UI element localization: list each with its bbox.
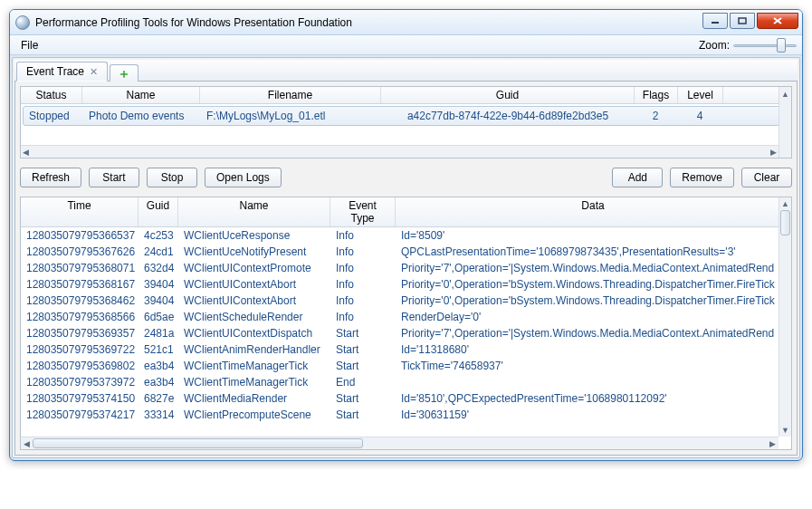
header-level[interactable]: Level: [678, 87, 723, 103]
event-cell-time: 128035079795368566: [21, 309, 139, 325]
event-cell-name: WClientTimeManagerTick: [178, 358, 330, 374]
event-cell-data: Priority='7',Operation='|System.Windows.…: [396, 260, 791, 276]
event-cell-name: WClientMediaRender: [178, 390, 330, 407]
event-cell-name: WClientScheduleRender: [178, 309, 330, 325]
event-row[interactable]: 128035079795369802ea3b4WClientTimeManage…: [21, 358, 791, 374]
event-cell-guid: 4c253: [139, 227, 178, 244]
event-cell-time: 128035079795368167: [21, 276, 139, 293]
scroll-left-icon: ◀: [23, 148, 29, 157]
cell-flags: 2: [634, 107, 677, 125]
header-evtype[interactable]: Event Type: [330, 197, 396, 226]
trace-hscroll[interactable]: ◀ ▶: [21, 145, 779, 158]
event-cell-time: 128035079795368462: [21, 293, 139, 309]
event-cell-data: Priority='0',Operation='bSystem.Windows.…: [396, 293, 791, 309]
cell-filename: F:\MyLogs\MyLog_01.etl: [201, 107, 382, 125]
event-row[interactable]: 128035079795373972ea3b4WClientTimeManage…: [21, 374, 791, 390]
tab-close-icon[interactable]: ✕: [90, 66, 98, 78]
event-row[interactable]: 128035079795368071632d4WClientUIContextP…: [21, 260, 791, 276]
event-cell-time: 128035079795369722: [21, 341, 139, 358]
clear-button[interactable]: Clear: [741, 168, 792, 187]
refresh-button[interactable]: Refresh: [20, 168, 81, 187]
add-button[interactable]: Add: [612, 168, 663, 187]
event-cell-guid: 521c1: [139, 341, 178, 358]
minimize-icon: [711, 17, 720, 24]
event-row[interactable]: 1280350797953685666d5aeWClientScheduleRe…: [21, 309, 791, 325]
cell-guid: a42c77db-874f-422e-9b44-6d89fe2bd3e5: [382, 107, 634, 125]
zoom-track: [733, 44, 797, 47]
stop-button[interactable]: Stop: [147, 168, 197, 187]
main-window: Performance Profiling Tools for Windows …: [9, 9, 803, 461]
minimize-button[interactable]: [702, 13, 728, 29]
header-name[interactable]: Name: [82, 87, 200, 103]
vscroll-track: [779, 210, 791, 424]
header-filename[interactable]: Filename: [200, 87, 381, 103]
tab-event-trace[interactable]: Event Trace ✕: [16, 62, 108, 82]
title-bar[interactable]: Performance Profiling Tools for Windows …: [10, 10, 802, 35]
vscroll-thumb[interactable]: [780, 210, 790, 235]
maximize-button[interactable]: [730, 13, 755, 29]
zoom-slider[interactable]: [733, 38, 797, 53]
event-cell-name: WClientUIContextAbort: [178, 293, 330, 309]
trace-vscroll[interactable]: ▲: [779, 87, 791, 158]
header-evdata[interactable]: Data: [396, 197, 791, 226]
header-flags[interactable]: Flags: [635, 87, 678, 103]
event-cell-data: QPCLastPresentationTime='1068979873435',…: [396, 244, 791, 260]
scroll-right-icon: ▶: [770, 148, 777, 157]
events-grid: Time Guid Name Event Type Data 128035079…: [20, 197, 792, 450]
scroll-left-icon: ◀: [21, 439, 33, 448]
event-cell-time: 128035079795368071: [21, 260, 139, 276]
events-hscroll[interactable]: ◀ ▶: [21, 437, 779, 449]
event-row[interactable]: 1280350797953693572481aWClientUIContextD…: [21, 325, 791, 341]
event-cell-guid: ea3b4: [139, 374, 178, 390]
event-cell-time: 128035079795374150: [21, 390, 139, 407]
tab-add-button[interactable]: ＋: [110, 64, 139, 82]
menu-bar: File Zoom:: [10, 35, 802, 55]
event-cell-data: Id='8510',QPCExpectedPresentTime='106898…: [396, 390, 791, 407]
event-cell-name: WClientTimeManagerTick: [178, 374, 330, 390]
header-status[interactable]: Status: [21, 87, 82, 103]
header-evguid[interactable]: Guid: [139, 197, 178, 226]
event-cell-name: WClientUIContextDispatch: [178, 325, 330, 341]
tab-label: Event Trace: [26, 65, 84, 78]
cell-status: Stopped: [24, 107, 83, 125]
zoom-thumb[interactable]: [777, 38, 786, 53]
event-cell-type: Info: [330, 244, 396, 260]
hscroll-thumb[interactable]: [33, 438, 363, 448]
event-row[interactable]: 1280350797953665374c253WClientUceRespons…: [21, 227, 791, 244]
trace-list-grid: Status Name Filename Guid Flags Level St…: [20, 86, 792, 158]
event-cell-type: Info: [330, 276, 396, 293]
menu-file[interactable]: File: [15, 37, 43, 53]
event-cell-name: WClientUceResponse: [178, 227, 330, 244]
window-title: Performance Profiling Tools for Windows …: [35, 16, 701, 29]
event-cell-guid: 39404: [139, 276, 178, 293]
event-row[interactable]: 12803507979537421733314WClientPrecompute…: [21, 407, 791, 423]
header-time[interactable]: Time: [21, 197, 139, 226]
event-row[interactable]: 1280350797953741506827eWClientMediaRende…: [21, 390, 791, 407]
header-guid[interactable]: Guid: [381, 87, 635, 103]
header-evname[interactable]: Name: [178, 197, 330, 226]
event-cell-type: End: [330, 374, 396, 390]
trace-row[interactable]: Stopped Photo Demo events F:\MyLogs\MyLo…: [23, 106, 789, 126]
event-row[interactable]: 12803507979536762624cd1WClientUceNotifyP…: [21, 244, 791, 260]
tab-content: Status Name Filename Guid Flags Level St…: [14, 82, 798, 456]
event-cell-time: 128035079795374217: [21, 407, 139, 423]
event-row[interactable]: 128035079795369722521c1WClientAnimRender…: [21, 341, 791, 358]
client-area: Event Trace ✕ ＋ Status Name Filename Gui…: [12, 57, 800, 458]
event-row[interactable]: 12803507979536816739404WClientUIContextA…: [21, 276, 791, 293]
close-button[interactable]: [757, 13, 798, 29]
event-cell-name: WClientPrecomputeScene: [178, 407, 330, 423]
open-logs-button[interactable]: Open Logs: [205, 168, 282, 187]
remove-button[interactable]: Remove: [670, 168, 734, 187]
maximize-icon: [738, 17, 747, 24]
event-cell-data: Id='8509': [396, 227, 791, 244]
event-cell-type: Start: [330, 390, 396, 407]
scroll-down-icon: ▼: [781, 424, 789, 437]
event-cell-name: WClientUceNotifyPresent: [178, 244, 330, 260]
event-cell-type: Info: [330, 293, 396, 309]
event-row[interactable]: 12803507979536846239404WClientUIContextA…: [21, 293, 791, 309]
event-cell-guid: 2481a: [139, 325, 178, 341]
event-cell-type: Info: [330, 260, 396, 276]
toolbar: Refresh Start Stop Open Logs Add Remove …: [20, 168, 792, 187]
start-button[interactable]: Start: [89, 168, 139, 187]
events-vscroll[interactable]: ▲ ▼: [779, 197, 791, 437]
